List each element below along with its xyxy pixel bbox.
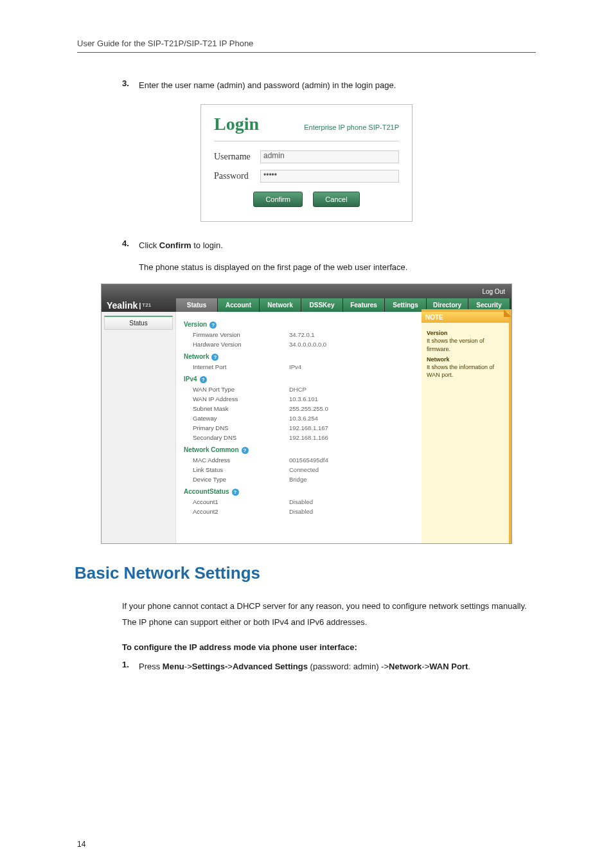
kv-row: Subnet Mask255.255.255.0 bbox=[184, 404, 414, 413]
brand-text: Yealink bbox=[107, 300, 138, 311]
tab-dsskey[interactable]: DSSKey bbox=[301, 298, 343, 312]
network-paragraph: If your phone cannot contact a DHCP serv… bbox=[122, 599, 536, 630]
section-heading: Basic Network Settings bbox=[75, 563, 536, 583]
tab-network[interactable]: Network bbox=[260, 298, 301, 312]
step4-number: 4. bbox=[122, 239, 139, 253]
brand-model: T21 bbox=[142, 302, 151, 308]
kv-row: WAN Port TypeDHCP bbox=[184, 384, 414, 394]
password-input[interactable]: ••••• bbox=[260, 170, 399, 183]
kv-row: Gateway10.3.6.254 bbox=[184, 413, 414, 423]
section-ipv4: IPv4? bbox=[184, 375, 414, 383]
kv-row: MAC Address001565495df4 bbox=[184, 455, 414, 465]
confirm-button[interactable]: Confirm bbox=[253, 192, 303, 207]
section-common: Network Common? bbox=[184, 446, 414, 454]
note-version-body: It shows the version of firmware. bbox=[427, 338, 484, 352]
tab-features[interactable]: Features bbox=[343, 298, 385, 312]
step4-text: Click Confirm to login. bbox=[139, 239, 223, 253]
tab-status[interactable]: Status bbox=[176, 298, 218, 312]
login-subtitle: Enterprise IP phone SIP-T21P bbox=[304, 123, 399, 131]
login-screenshot: Login Enterprise IP phone SIP-T21P Usern… bbox=[200, 104, 413, 222]
note-panel: NOTE Version It shows the version of fir… bbox=[422, 309, 511, 543]
note-network-title: Network bbox=[427, 356, 504, 363]
login-title: Login bbox=[214, 114, 259, 134]
page-header: User Guide for the SIP-T21P/SIP-T21 IP P… bbox=[77, 39, 536, 53]
kv-row: Device TypeBridge bbox=[184, 475, 414, 484]
kv-row: WAN IP Address10.3.6.101 bbox=[184, 394, 414, 404]
brand-logo: Yealink | T21 bbox=[102, 298, 176, 312]
section-network: Network? bbox=[184, 353, 414, 361]
step4-suffix: to login. bbox=[191, 240, 223, 250]
tab-settings[interactable]: Settings bbox=[385, 298, 427, 312]
section-version: Version? bbox=[184, 321, 414, 329]
logout-link[interactable]: Log Out bbox=[482, 288, 505, 295]
kv-row: Secondary DNS192.168.1.166 bbox=[184, 433, 414, 442]
kv-row: Hardware Version34.0.0.0.0.0.0 bbox=[184, 339, 414, 349]
help-icon[interactable]: ? bbox=[200, 376, 207, 383]
tab-account[interactable]: Account bbox=[218, 298, 260, 312]
kv-row: Account1Disabled bbox=[184, 497, 414, 507]
note-title: NOTE bbox=[422, 312, 509, 323]
kv-row: Account2Disabled bbox=[184, 507, 414, 516]
procedure-title: To configure the IP address mode via pho… bbox=[122, 642, 536, 652]
step-nw-text: Press Menu->Settings->Advanced Settings … bbox=[139, 660, 470, 674]
kv-row: Internet PortIPv4 bbox=[184, 362, 414, 372]
kv-row: Link StatusConnected bbox=[184, 465, 414, 475]
cancel-button[interactable]: Cancel bbox=[313, 192, 359, 207]
password-label: Password bbox=[214, 171, 260, 181]
step-nw-number: 1. bbox=[122, 660, 139, 674]
sidebar-status[interactable]: Status bbox=[104, 316, 173, 330]
step4-bold: Confirm bbox=[159, 240, 191, 250]
username-label: Username bbox=[214, 152, 260, 162]
step3-number: 3. bbox=[122, 78, 139, 93]
help-icon[interactable]: ? bbox=[211, 354, 218, 361]
kv-row: Primary DNS192.168.1.167 bbox=[184, 423, 414, 433]
note-network-body: It shows the information of WAN port. bbox=[427, 364, 494, 378]
help-icon[interactable]: ? bbox=[209, 321, 217, 329]
help-icon[interactable]: ? bbox=[232, 489, 239, 496]
step3-text: Enter the user name (admin) and password… bbox=[139, 78, 396, 93]
section-account: AccountStatus? bbox=[184, 488, 414, 496]
webui-screenshot: Log Out Yealink | T21 Status Account Net… bbox=[101, 284, 512, 544]
note-version-title: Version bbox=[427, 329, 504, 337]
username-input[interactable]: admin bbox=[260, 150, 399, 163]
step4-prefix: Click bbox=[139, 240, 159, 250]
help-icon[interactable]: ? bbox=[242, 447, 249, 454]
step4-subtext: The phone status is displayed on the fir… bbox=[139, 260, 536, 275]
page-number: 14 bbox=[77, 840, 85, 849]
kv-row: Firmware Version34.72.0.1 bbox=[184, 330, 414, 339]
